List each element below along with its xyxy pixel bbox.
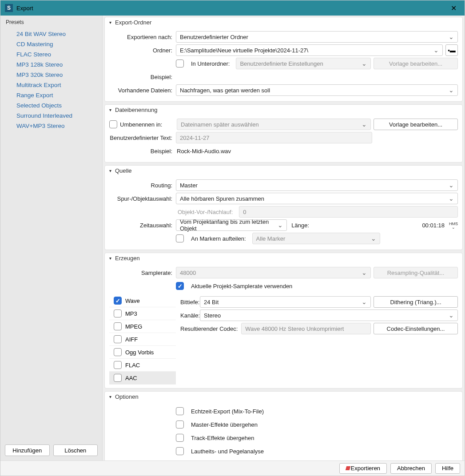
preset-item[interactable]: CD Mastering xyxy=(0,39,102,49)
section-header-source[interactable]: ▾ Quelle xyxy=(105,166,462,176)
custom-text-label: Benutzerdefinierter Text: xyxy=(109,135,176,141)
bypass-master-fx-checkbox[interactable] xyxy=(176,420,184,428)
time-select[interactable]: Vom Projektanfang bis zum letzten Objekt xyxy=(176,219,287,231)
flag-icon xyxy=(345,466,350,470)
hms-unit-dropdown[interactable]: HMS xyxy=(449,222,458,229)
preset-item[interactable]: Range Export xyxy=(0,90,102,100)
section-header-naming[interactable]: ▾ Dateibenennung xyxy=(105,105,462,115)
format-wave-checkbox[interactable] xyxy=(114,297,122,305)
resample-quality-button[interactable]: Resampling-Qualität... xyxy=(374,267,458,278)
format-mpeg-checkbox[interactable] xyxy=(114,322,122,330)
time-label: Zeitauswahl: xyxy=(109,222,176,229)
preset-item[interactable]: Multitrack Export xyxy=(0,80,102,90)
chevron-down-icon: ▾ xyxy=(109,107,111,112)
routing-label: Routing: xyxy=(109,182,176,189)
folder-icon: ▪▬ xyxy=(448,47,456,54)
cancel-button[interactable]: Abbrechen xyxy=(390,463,432,474)
format-aac-checkbox[interactable] xyxy=(114,374,122,382)
bitdepth-label: Bittiefe: xyxy=(179,299,200,305)
bypass-master-fx-label: Master-Effekte übergehen xyxy=(189,421,261,428)
naming-template-button[interactable]: Vorlage bearbeiten... xyxy=(374,119,458,130)
track-select-label: Spur-/Objektauswahl: xyxy=(109,195,176,202)
folder-path-select[interactable]: E:\Samplitude\Neue virtuelle Projekte\20… xyxy=(176,44,443,56)
section-header-generate[interactable]: ▾ Erzeugen xyxy=(105,253,462,263)
presets-heading: Presets xyxy=(0,16,102,27)
folder-label: Ordner: xyxy=(109,47,176,54)
use-project-sr-label: Aktuelle Projekt-Samplerate verwenden xyxy=(189,283,296,290)
bitdepth-select[interactable]: 24 Bit xyxy=(200,296,371,308)
track-select[interactable]: Alle hörbaren Spuren zusammen xyxy=(176,193,458,204)
preset-item[interactable]: WAV+MP3 Stereo xyxy=(0,121,102,131)
dialog-footer: Exportieren Abbrechen Hilfe xyxy=(0,460,465,476)
rename-checkbox[interactable] xyxy=(109,120,117,128)
channels-select[interactable]: Stereo xyxy=(200,309,458,321)
routing-select[interactable]: Master xyxy=(176,179,458,191)
subfolder-checkbox[interactable] xyxy=(176,60,184,67)
preset-item[interactable]: Surround Interleaved xyxy=(0,111,102,121)
preset-item[interactable]: Selected Objects xyxy=(0,100,102,111)
window-title: Export xyxy=(16,5,447,12)
section-header-folder[interactable]: ▾ Export-Ordner xyxy=(105,17,462,28)
section-header-options[interactable]: ▾ Optionen xyxy=(105,392,462,402)
browse-folder-button[interactable]: ▪▬ xyxy=(445,44,458,56)
add-preset-button[interactable]: Hinzufügen xyxy=(5,444,50,456)
preset-item[interactable]: MP3 128k Stereo xyxy=(0,60,102,70)
format-aiff[interactable]: AIFF xyxy=(109,333,176,346)
format-aac[interactable]: AAC xyxy=(109,372,176,385)
chevron-down-icon: ▾ xyxy=(109,394,111,399)
chevron-down-icon: ▾ xyxy=(109,20,111,25)
loudness-analysis-label: Lautheits- und Pegelanalyse xyxy=(189,448,267,455)
chevron-down-icon: ▾ xyxy=(109,256,111,261)
loudness-analysis-checkbox[interactable] xyxy=(176,447,184,455)
format-aiff-checkbox[interactable] xyxy=(114,335,122,343)
split-markers-label: An Markern aufteilen: xyxy=(189,235,250,242)
app-logo-icon: S xyxy=(5,4,13,12)
bypass-track-fx-label: Track-Effekte übergehen xyxy=(189,435,258,441)
rename-label: Umbenennen in: xyxy=(120,121,177,128)
existing-files-label: Vorhandene Dateien: xyxy=(109,87,176,94)
custom-text-input[interactable]: 2024-11-27 xyxy=(176,132,372,143)
lead-label: Objekt-Vor-/Nachlauf: xyxy=(176,209,236,215)
format-flac[interactable]: FLAC xyxy=(109,359,176,372)
close-button[interactable]: ✕ xyxy=(447,2,460,14)
preset-list: 24 Bit WAV Stereo CD Mastering FLAC Ster… xyxy=(0,27,102,440)
preset-item[interactable]: FLAC Stereo xyxy=(0,49,102,60)
split-markers-checkbox[interactable] xyxy=(176,234,184,242)
lead-input[interactable]: 0 xyxy=(239,206,458,218)
format-mp3[interactable]: MP3 xyxy=(109,307,176,320)
delete-preset-button[interactable]: Löschen xyxy=(53,444,98,456)
samplerate-label: Samplerate: xyxy=(109,270,176,276)
export-button[interactable]: Exportieren xyxy=(339,463,387,474)
naming-example-value: Rock-Midi-Audio.wav xyxy=(176,148,231,155)
rename-select[interactable]: Dateinamen später auswählen xyxy=(177,119,371,130)
naming-example-label: Beispiel: xyxy=(109,148,176,155)
use-project-sr-checkbox[interactable] xyxy=(176,282,184,290)
export-to-label: Exportieren nach: xyxy=(109,34,176,40)
samplerate-select[interactable]: 48000 xyxy=(176,267,371,278)
format-mpeg[interactable]: MPEG xyxy=(109,320,176,333)
format-list: Wave MP3 MPEG AIFF Ogg Vorbis FLAC AAC xyxy=(109,294,176,385)
chevron-down-icon: ▾ xyxy=(109,168,111,173)
format-ogg-checkbox[interactable] xyxy=(114,348,122,356)
existing-files-select[interactable]: Nachfragen, was getan werden soll xyxy=(176,84,458,96)
help-button[interactable]: Hilfe xyxy=(435,463,460,474)
realtime-export-label: Echtzeit-Export (Mix-To-File) xyxy=(189,408,267,415)
split-markers-select[interactable]: Alle Marker xyxy=(252,233,380,244)
format-flac-checkbox[interactable] xyxy=(114,361,122,369)
codec-label: Resultierender Codec: xyxy=(179,325,241,332)
presets-sidebar: Presets 24 Bit WAV Stereo CD Mastering F… xyxy=(0,16,103,460)
codec-settings-button[interactable]: Codec-Einstellungen... xyxy=(374,323,458,334)
realtime-export-checkbox[interactable] xyxy=(176,407,184,415)
format-wave[interactable]: Wave xyxy=(109,294,176,307)
preset-item[interactable]: 24 Bit WAV Stereo xyxy=(0,29,102,39)
preset-item[interactable]: MP3 320k Stereo xyxy=(0,70,102,80)
export-to-select[interactable]: Benutzerdefinierter Ordner xyxy=(176,31,458,43)
subfolder-select[interactable]: Benutzerdefinierte Einstellungen xyxy=(236,58,371,69)
bypass-track-fx-checkbox[interactable] xyxy=(176,434,184,442)
subfolder-label: In Unterordner: xyxy=(189,60,233,67)
format-mp3-checkbox[interactable] xyxy=(114,309,122,317)
format-ogg[interactable]: Ogg Vorbis xyxy=(109,346,176,359)
dithering-button[interactable]: Dithering (Triang.)... xyxy=(374,296,458,308)
template-edit-button[interactable]: Vorlage bearbeiten... xyxy=(374,58,458,69)
titlebar: S Export ✕ xyxy=(0,0,465,16)
